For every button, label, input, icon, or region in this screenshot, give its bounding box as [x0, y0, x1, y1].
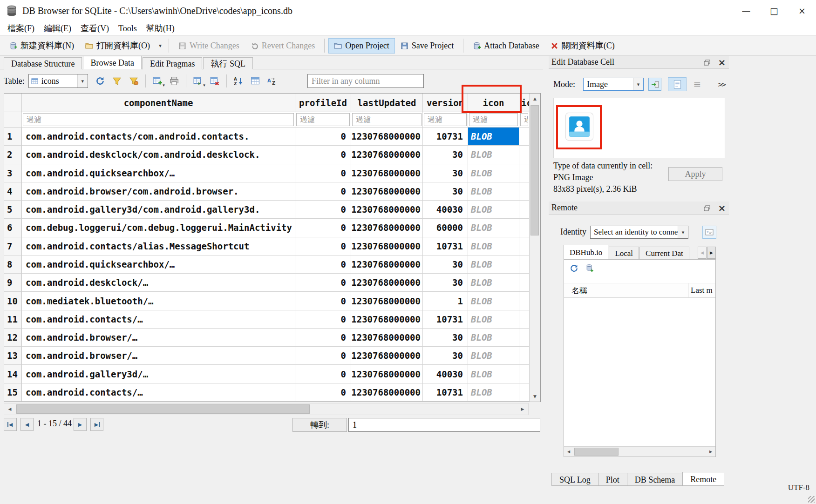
close-database-button[interactable]: 關閉資料庫(C): [545, 37, 620, 54]
filter-all-columns-input[interactable]: [307, 74, 424, 88]
cell-profileId[interactable]: 0: [295, 164, 351, 182]
cell-icon[interactable]: BLOB: [468, 182, 519, 201]
cell-profileId[interactable]: 0: [295, 146, 351, 164]
vertical-scrollbar[interactable]: ▲ ▼: [529, 94, 540, 402]
cell-version[interactable]: 1: [423, 292, 468, 310]
row-number[interactable]: 11: [4, 310, 22, 329]
write-changes-button[interactable]: Write Changes: [173, 38, 245, 54]
remote-tab-current-database[interactable]: Current Dat: [639, 247, 689, 259]
close-button[interactable]: ×: [788, 0, 816, 21]
horizontal-scrollbar[interactable]: ◀ ▶: [4, 403, 529, 415]
cell-icon[interactable]: BLOB: [468, 219, 519, 237]
goto-record-input[interactable]: [348, 418, 540, 432]
cell-version[interactable]: 30: [423, 347, 468, 365]
cell-componentName[interactable]: com.android.contacts/com.android.contact…: [22, 128, 295, 146]
cell-icon[interactable]: BLOB: [468, 292, 519, 310]
cell-componentName[interactable]: com.android.quicksearchbox/…: [22, 164, 295, 182]
identity-settings-button[interactable]: [702, 226, 716, 239]
cell-overflow[interactable]: [519, 201, 529, 219]
row-number[interactable]: 12: [4, 329, 22, 347]
cell-componentName[interactable]: com.android.deskclock/com.android.deskcl…: [22, 146, 295, 164]
cell-icon[interactable]: BLOB: [468, 164, 519, 182]
cell-overflow[interactable]: [519, 383, 529, 402]
attach-database-button[interactable]: Attach Database: [467, 38, 544, 54]
cell-lastUpdated[interactable]: 1230768000000: [351, 219, 423, 237]
scroll-up-icon[interactable]: ▲: [530, 94, 540, 104]
filter-version-input[interactable]: 過濾: [424, 113, 467, 126]
column-header-componentName[interactable]: componentName: [22, 94, 295, 112]
revert-changes-button[interactable]: Revert Changes: [245, 38, 320, 54]
cell-overflow[interactable]: [519, 310, 529, 329]
row-number[interactable]: 1: [4, 128, 22, 146]
identity-selector[interactable]: Select an identity to conne ▾: [590, 226, 688, 239]
row-number[interactable]: 6: [4, 219, 22, 237]
filter-profileId-input[interactable]: 過濾: [296, 113, 350, 126]
cell-overflow[interactable]: [519, 347, 529, 365]
dock-tab-sql-log[interactable]: SQL Log: [551, 473, 598, 486]
tab-execute-sql[interactable]: 執行 SQL: [203, 57, 253, 69]
cell-overflow[interactable]: [519, 255, 529, 274]
menu-help[interactable]: 幫助(H): [142, 22, 179, 35]
tab-database-structure[interactable]: Database Structure: [4, 57, 82, 69]
cell-profileId[interactable]: 0: [295, 219, 351, 237]
cell-lastUpdated[interactable]: 1230768000000: [351, 128, 423, 146]
column-header-partial[interactable]: ic: [519, 94, 529, 112]
cell-componentName[interactable]: com.android.browser/com.android.browser.: [22, 182, 295, 201]
delete-record-button[interactable]: [206, 73, 223, 89]
cell-overflow[interactable]: [519, 237, 529, 255]
tab-browse-data[interactable]: Browse Data: [83, 56, 141, 69]
cell-componentName[interactable]: com.android.gallery3d/…: [22, 365, 295, 383]
dock-tab-db-schema[interactable]: DB Schema: [627, 473, 683, 486]
cell-icon[interactable]: BLOB: [468, 237, 519, 255]
open-database-dropdown-icon[interactable]: ▾: [156, 42, 165, 49]
open-project-button[interactable]: Open Project: [328, 38, 394, 54]
horizontal-scrollbar-thumb[interactable]: [16, 404, 310, 414]
previous-record-button[interactable]: ◀: [20, 418, 34, 431]
cell-icon[interactable]: BLOB: [468, 146, 519, 164]
cell-componentName[interactable]: com.android.quicksearchbox/…: [22, 255, 295, 274]
grid-corner-header[interactable]: [4, 94, 22, 112]
mode-selector[interactable]: Image ▾: [583, 78, 644, 91]
row-number[interactable]: 5: [4, 201, 22, 219]
row-number[interactable]: 13: [4, 347, 22, 365]
remote-clone-icon[interactable]: [585, 264, 594, 273]
encoding-button[interactable]: AZ: [264, 73, 280, 89]
cell-componentName[interactable]: com.android.browser/…: [22, 329, 295, 347]
cell-profileId[interactable]: 0: [295, 310, 351, 329]
save-project-button[interactable]: Save Project: [395, 38, 459, 54]
cell-overflow[interactable]: [519, 292, 529, 310]
save-filterset-button[interactable]: [125, 73, 142, 89]
cell-icon[interactable]: BLOB: [468, 274, 519, 292]
copy-record-button[interactable]: ▾: [190, 73, 206, 89]
vertical-scrollbar-thumb[interactable]: [530, 105, 539, 235]
close-panel-icon[interactable]: ×: [717, 57, 727, 67]
text-view-button[interactable]: [668, 77, 687, 91]
remote-column-last-modified[interactable]: Last m: [688, 286, 715, 295]
cell-lastUpdated[interactable]: 1230768000000: [351, 182, 423, 201]
cell-version[interactable]: 10731: [423, 128, 468, 146]
menu-tools[interactable]: Tools: [114, 23, 142, 34]
dock-tab-remote[interactable]: Remote: [682, 472, 724, 486]
cell-profileId[interactable]: 0: [295, 292, 351, 310]
remote-tab-local[interactable]: Local: [609, 247, 639, 259]
remote-horizontal-scrollbar[interactable]: ◀ ▶: [564, 446, 715, 457]
cell-componentName[interactable]: com.debug.loggerui/com.debug.loggerui.Ma…: [22, 219, 295, 237]
filter-lastUpdated-input[interactable]: 過濾: [352, 113, 422, 126]
cell-overflow[interactable]: [519, 164, 529, 182]
cell-version[interactable]: 30: [423, 164, 468, 182]
scroll-left-icon[interactable]: ◀: [564, 447, 573, 457]
cell-version[interactable]: 30: [423, 255, 468, 274]
cell-profileId[interactable]: 0: [295, 237, 351, 255]
print-button[interactable]: [166, 73, 183, 89]
cell-profileId[interactable]: 0: [295, 347, 351, 365]
tab-edit-pragmas[interactable]: Edit Pragmas: [143, 57, 203, 69]
cell-profileId[interactable]: 0: [295, 255, 351, 274]
cell-profileId[interactable]: 0: [295, 128, 351, 146]
cell-componentName[interactable]: com.android.browser/…: [22, 347, 295, 365]
cell-overflow[interactable]: [519, 182, 529, 201]
apply-button[interactable]: Apply: [668, 167, 722, 181]
scroll-left-icon[interactable]: ◀: [4, 403, 15, 415]
cell-icon[interactable]: BLOB: [468, 329, 519, 347]
clear-filters-button[interactable]: [109, 73, 125, 89]
next-record-button[interactable]: ▶: [74, 418, 87, 431]
